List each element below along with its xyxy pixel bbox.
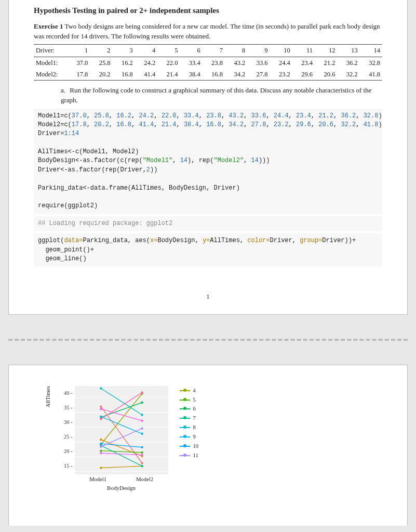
table-cell: 16.8 bbox=[203, 69, 225, 81]
chart-legend-item: 10 bbox=[180, 442, 199, 451]
sublist-text: Run the following code to construct a gr… bbox=[61, 86, 371, 104]
table-cell: 23.4 bbox=[292, 57, 315, 69]
table-cell: 32.8 bbox=[360, 57, 382, 69]
table-cell: 25.8 bbox=[90, 57, 112, 69]
svg-point-44 bbox=[141, 419, 143, 421]
chart-panel-column: Model1 Model2 BodyDesign bbox=[75, 386, 168, 493]
legend-label: 7 bbox=[193, 414, 196, 423]
svg-point-7 bbox=[100, 405, 102, 407]
table-cell: 20.6 bbox=[315, 69, 337, 81]
table-cell: 23.2 bbox=[270, 69, 292, 81]
legend-label: 4 bbox=[193, 386, 196, 395]
svg-point-26 bbox=[141, 465, 143, 467]
table-cell: 29.6 bbox=[292, 69, 315, 81]
page-number: 1 bbox=[34, 292, 382, 301]
legend-swatch-icon bbox=[180, 455, 190, 456]
chart-legend-item: 9 bbox=[180, 432, 199, 442]
table-cell: 36.2 bbox=[337, 57, 359, 69]
svg-line-12 bbox=[101, 466, 142, 468]
chart-x-axis: Model1 Model2 bbox=[75, 474, 168, 483]
svg-line-36 bbox=[101, 428, 142, 446]
table-cell: 21.4 bbox=[157, 69, 180, 81]
chart-legend-item: 6 bbox=[180, 404, 199, 414]
table-cell: 16.2 bbox=[113, 57, 135, 69]
legend-label: 10 bbox=[193, 442, 199, 451]
document-page-1: Hypothesis Testing in paired or 2+ indep… bbox=[8, 0, 408, 315]
page-title: Hypothesis Testing in paired or 2+ indep… bbox=[34, 5, 382, 17]
code-block-1: Model1=c(37.0, 25.8, 16.2, 24.2, 22.0, 3… bbox=[34, 109, 382, 214]
chart-y-tick: 15 - bbox=[64, 459, 75, 473]
svg-point-20 bbox=[141, 451, 143, 454]
chart-y-tick: 20 - bbox=[64, 444, 75, 459]
chart-y-axis-title: AllTimes bbox=[44, 386, 52, 407]
table-cell: 33.6 bbox=[247, 57, 270, 69]
table-row: Model1:37.025.816.224.222.033.423.843.23… bbox=[34, 57, 382, 69]
document-page-2: AllTimes 40 -35 -30 -25 -20 -15 - Model1… bbox=[8, 365, 408, 526]
svg-point-38 bbox=[141, 427, 143, 429]
table-cell: 17.8 bbox=[68, 69, 90, 81]
svg-point-37 bbox=[100, 445, 102, 447]
table-cell-label: Model2: bbox=[34, 69, 68, 81]
legend-swatch-icon bbox=[180, 436, 190, 437]
chart-legend-item: 4 bbox=[180, 386, 199, 395]
svg-point-43 bbox=[100, 408, 102, 410]
table-row: Model2:17.820.216.841.421.438.416.834.22… bbox=[34, 69, 382, 81]
svg-point-19 bbox=[100, 449, 102, 451]
table-cell: 21.2 bbox=[315, 57, 337, 69]
legend-label: 5 bbox=[193, 395, 196, 405]
table-cell: 23.8 bbox=[203, 57, 225, 69]
svg-point-41 bbox=[141, 454, 143, 456]
svg-point-47 bbox=[141, 391, 143, 393]
table-cell: 24.2 bbox=[135, 57, 157, 69]
table-cell: 24.4 bbox=[270, 57, 292, 69]
svg-point-34 bbox=[100, 443, 102, 445]
table-cell: 37.0 bbox=[68, 57, 90, 69]
legend-swatch-icon bbox=[180, 446, 190, 447]
table-cell: 33.4 bbox=[180, 57, 202, 69]
svg-point-29 bbox=[141, 414, 143, 416]
svg-point-8 bbox=[141, 462, 143, 464]
legend-label: 9 bbox=[193, 432, 196, 442]
code-output-1: ## Loading required package: ggplot2 bbox=[34, 216, 382, 231]
chart-legend-item: 11 bbox=[180, 451, 199, 460]
chart-x-axis-title: BodyDesign bbox=[75, 483, 168, 493]
svg-line-18 bbox=[101, 450, 142, 452]
exercise-text: Two body designs are being considered fo… bbox=[34, 22, 380, 40]
chart-plot-area: 40 -35 -30 -25 -20 -15 - Model1 Model2 B… bbox=[64, 386, 168, 493]
table-cell: 16.8 bbox=[113, 69, 135, 81]
code-block-2: ggplot(data=Parking_data, aes(x=BodyDesi… bbox=[34, 233, 382, 267]
svg-point-10 bbox=[100, 438, 102, 441]
chart-x-tick: Model1 bbox=[89, 475, 106, 483]
chart-y-tick: 40 - bbox=[64, 386, 75, 401]
table-cell: 27.8 bbox=[247, 69, 270, 81]
svg-point-46 bbox=[100, 418, 102, 420]
exercise-label: Exercise 1 bbox=[34, 22, 63, 30]
svg-point-28 bbox=[100, 387, 102, 389]
table-cell: 41.4 bbox=[135, 69, 157, 81]
table-cell: 32.2 bbox=[337, 69, 359, 81]
legend-swatch-icon bbox=[180, 400, 190, 401]
legend-swatch-icon bbox=[180, 418, 190, 419]
chart-legend: 4567891011 bbox=[180, 386, 199, 460]
svg-point-13 bbox=[100, 467, 102, 469]
table-cell: 34.2 bbox=[225, 69, 247, 81]
svg-line-24 bbox=[101, 445, 142, 466]
svg-point-32 bbox=[141, 432, 143, 434]
table-cell-label: Model1: bbox=[34, 57, 68, 69]
chart-x-tick: Model2 bbox=[136, 475, 153, 483]
table-cell: 38.4 bbox=[180, 69, 202, 81]
sublist-item-a: a. Run the following code to construct a… bbox=[61, 86, 382, 105]
legend-swatch-icon bbox=[180, 408, 190, 409]
sublist-letter: a. bbox=[61, 86, 68, 96]
svg-point-31 bbox=[100, 415, 102, 417]
exercise-paragraph: Exercise 1 Two body designs are being co… bbox=[34, 22, 382, 42]
table-cell: 20.2 bbox=[90, 69, 112, 81]
legend-label: 8 bbox=[193, 423, 196, 432]
page-separator bbox=[8, 339, 408, 341]
svg-point-23 bbox=[141, 401, 143, 403]
svg-point-40 bbox=[100, 452, 102, 454]
legend-label: 11 bbox=[193, 451, 198, 460]
chart-panel bbox=[75, 386, 168, 474]
legend-swatch-icon bbox=[180, 390, 190, 391]
data-table: Driver: 1 2 3 4 5 6 7 8 9 10 11 12 13 14… bbox=[34, 44, 382, 80]
